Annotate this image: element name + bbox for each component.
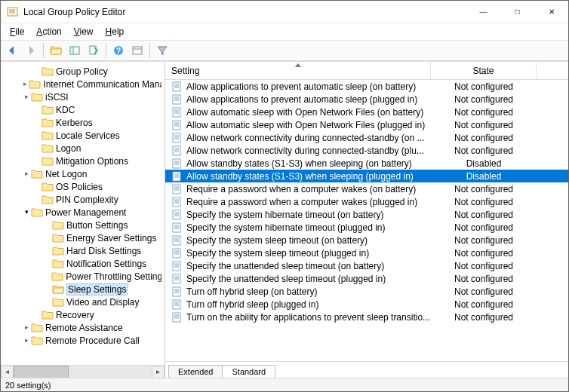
chevron-down-icon[interactable]: ▾ [22,209,31,216]
setting-cell: Specify the unattended sleep timeout (on… [165,261,431,271]
tree-item[interactable]: ▸Net Logon [1,167,165,180]
tree-item[interactable]: Mitigation Options [1,155,165,167]
policy-icon [171,312,182,323]
list-row[interactable]: Specify the unattended sleep timeout (pl… [165,272,568,285]
tree-item[interactable]: Notification Settings [1,257,165,270]
minimize-button[interactable]: — [466,1,500,23]
list-row[interactable]: Require a password when a computer wakes… [165,195,568,208]
tab-extended[interactable]: Extended [168,365,223,378]
list-row[interactable]: Allow standby states (S1-S3) when sleepi… [165,170,568,182]
chevron-right-icon[interactable]: ▸ [22,337,31,344]
folder-icon [29,78,41,90]
tab-bar: Extended Standard [165,361,568,378]
list-row[interactable]: Allow applications to prevent automatic … [165,80,568,93]
scroll-track[interactable] [14,366,152,378]
chevron-right-icon[interactable]: ▸ [22,81,29,87]
menu-action[interactable]: Action [32,25,66,38]
chevron-right-icon[interactable]: ▸ [22,93,31,100]
tree-item-label: Logon [56,143,81,154]
tree-item-label: KDC [56,105,75,115]
column-header-state-label: State [472,66,494,76]
menu-help[interactable]: Help [101,25,129,38]
tree-item-label: Power Throttling Settings [66,271,161,282]
tree-item[interactable]: ▸iSCSI [1,90,165,103]
tree-item[interactable]: Kerberos [1,116,165,129]
tree-item[interactable]: Sleep Settings [1,283,165,296]
setting-label: Require a password when a computer wakes… [186,197,417,207]
tree-item-label: Kerberos [56,118,93,128]
tree-item[interactable]: PIN Complexity [1,193,165,206]
tree-item-label: iSCSI [45,92,69,103]
tree-item[interactable]: Power Throttling Settings [1,270,165,283]
list-row[interactable]: Turn on the ability for applications to … [165,311,568,323]
tree-item[interactable]: Group Policy [1,65,165,78]
menu-file[interactable]: File [5,25,29,38]
list-body[interactable]: Allow applications to prevent automatic … [165,80,568,361]
chevron-right-icon[interactable]: ▸ [22,324,31,331]
list-header: Setting State [165,62,568,80]
folder-icon [52,258,64,270]
tree-item[interactable]: Energy Saver Settings [1,231,165,244]
scroll-thumb[interactable] [14,366,69,378]
setting-label: Specify the system hibernate timeout (pl… [186,222,385,233]
state-cell: Not configured [431,145,537,156]
state-cell: Not configured [431,81,537,92]
back-button[interactable] [4,42,20,59]
tree-item[interactable]: Logon [1,142,165,155]
tree-hscrollbar[interactable]: ◄ ► [1,365,165,378]
tree-item[interactable]: OS Policies [1,180,165,193]
column-header-setting[interactable]: Setting [165,62,431,79]
policy-icon [171,120,182,130]
setting-cell: Allow applications to prevent automatic … [165,94,431,105]
tree-item-label: OS Policies [56,182,103,192]
list-row[interactable]: Allow applications to prevent automatic … [165,93,568,106]
tree-item[interactable]: Hard Disk Settings [1,244,165,257]
list-row[interactable]: Allow standby states (S1-S3) when sleepi… [165,157,568,170]
scroll-left-button[interactable]: ◄ [1,366,14,378]
state-cell: Not configured [431,184,537,194]
setting-cell: Specify the system sleep timeout (plugge… [165,248,431,259]
close-button[interactable]: ✕ [534,1,568,23]
scroll-right-button[interactable]: ► [152,366,165,378]
list-row[interactable]: Allow network connectivity during connec… [165,144,568,157]
svg-rect-8 [70,47,79,54]
tree-item[interactable]: Video and Display [1,296,165,308]
list-row[interactable]: Specify the system sleep timeout (on bat… [165,234,568,247]
tab-standard[interactable]: Standard [222,365,275,378]
list-row[interactable]: Specify the unattended sleep timeout (on… [165,259,568,272]
tree-view[interactable]: Group Policy▸Internet Communication Mana… [1,62,165,365]
tree-item-label: Remote Procedure Call [45,335,140,346]
list-row[interactable]: Require a password when a computer wakes… [165,182,568,195]
tree-item[interactable]: Recovery [1,308,165,321]
list-row[interactable]: Specify the system hibernate timeout (pl… [165,221,568,234]
tree-item[interactable]: KDC [1,103,165,116]
list-row[interactable]: Specify the system sleep timeout (plugge… [165,247,568,259]
tree-item[interactable]: Button Settings [1,219,165,231]
chevron-right-icon[interactable]: ▸ [22,170,31,177]
forward-button[interactable] [23,42,39,59]
tree-item[interactable]: ▾Power Management [1,206,165,219]
folder-icon [31,322,43,334]
menubar: File Action View Help [1,23,568,40]
help-button[interactable]: ? [110,42,127,59]
tree-item[interactable]: Locale Services [1,129,165,142]
filter-button[interactable] [154,42,171,59]
up-button[interactable] [48,42,64,59]
list-row[interactable]: Allow automatic sleep with Open Network … [165,106,568,118]
maximize-button[interactable]: □ [500,1,534,23]
menu-view[interactable]: View [69,25,98,38]
list-row[interactable]: Allow automatic sleep with Open Network … [165,118,568,131]
properties-button[interactable] [129,42,146,59]
tree-item[interactable]: ▸Remote Procedure Call [1,334,165,347]
window-title: Local Group Policy Editor [23,7,466,17]
list-row[interactable]: Allow network connectivity during connec… [165,131,568,144]
setting-label: Specify the system sleep timeout (plugge… [186,248,369,259]
tree-item[interactable]: ▸Internet Communication Management [1,78,165,90]
column-header-state[interactable]: State [431,62,537,79]
tree-item[interactable]: ▸Remote Assistance [1,321,165,334]
show-hide-tree-button[interactable] [66,42,83,59]
list-row[interactable]: Specify the system hibernate timeout (on… [165,208,568,221]
export-list-button[interactable] [85,42,102,59]
list-row[interactable]: Turn off hybrid sleep (on battery)Not co… [165,285,568,298]
list-row[interactable]: Turn off hybrid sleep (plugged in)Not co… [165,298,568,311]
